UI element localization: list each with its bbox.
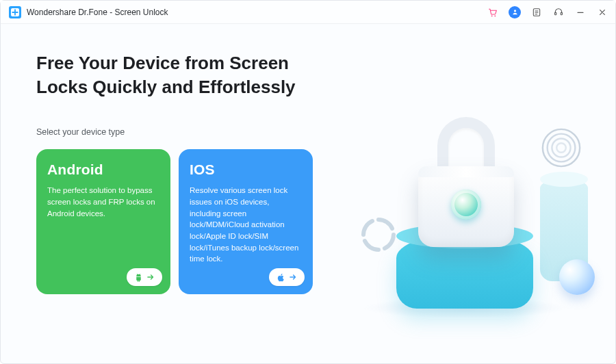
padlock-icon bbox=[418, 117, 514, 247]
svg-point-10 bbox=[556, 143, 566, 153]
titlebar: Wondershare Dr.Fone - Screen Unlock bbox=[1, 1, 615, 24]
app-window: Wondershare Dr.Fone - Screen Unlock Fr bbox=[0, 0, 616, 364]
close-icon[interactable] bbox=[596, 6, 608, 18]
svg-point-9 bbox=[552, 138, 570, 157]
page-title: Free Your Device from Screen Locks Quick… bbox=[36, 51, 331, 99]
sphere-shape bbox=[559, 259, 595, 295]
android-card-desc: The perfect solution to bypass screen lo… bbox=[47, 185, 159, 219]
android-card-title: Android bbox=[47, 161, 159, 178]
app-title: Wondershare Dr.Fone - Screen Unlock bbox=[27, 8, 168, 17]
minimize-icon[interactable] bbox=[574, 6, 587, 18]
loading-shape-icon bbox=[359, 216, 398, 254]
svg-point-2 bbox=[494, 15, 496, 16]
ios-card[interactable]: IOS Resolve various screen lock issues o… bbox=[179, 149, 313, 294]
notes-icon[interactable] bbox=[530, 6, 543, 18]
arrow-right-icon bbox=[288, 272, 298, 282]
android-icon bbox=[134, 273, 143, 282]
fingerprint-icon bbox=[540, 127, 582, 169]
apple-icon bbox=[277, 273, 285, 282]
svg-point-3 bbox=[513, 10, 515, 12]
svg-point-1 bbox=[491, 15, 493, 16]
main-content: Free Your Device from Screen Locks Quick… bbox=[1, 24, 615, 363]
arrow-right-icon bbox=[146, 272, 155, 282]
svg-point-7 bbox=[543, 129, 580, 166]
support-icon[interactable] bbox=[552, 6, 565, 18]
ios-card-title: IOS bbox=[190, 161, 302, 178]
ios-card-desc: Resolve various screen lock issues on iO… bbox=[190, 185, 302, 265]
android-card[interactable]: Android The perfect solution to bypass s… bbox=[36, 149, 170, 294]
android-go-button[interactable] bbox=[127, 268, 162, 286]
ios-go-button[interactable] bbox=[269, 268, 305, 286]
hero-illustration bbox=[335, 103, 595, 336]
titlebar-actions bbox=[487, 6, 608, 18]
cart-icon[interactable] bbox=[487, 6, 499, 18]
app-logo-icon bbox=[9, 6, 21, 18]
account-icon[interactable] bbox=[509, 6, 521, 18]
